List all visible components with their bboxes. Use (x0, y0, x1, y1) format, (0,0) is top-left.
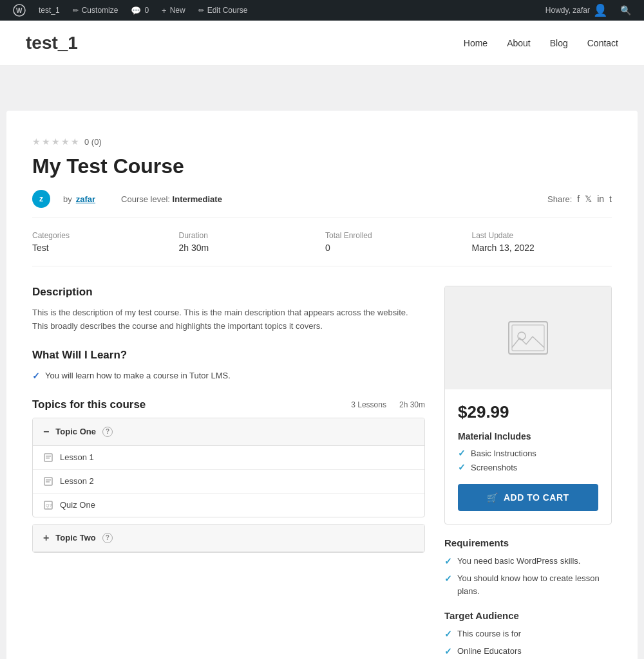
topics-duration: 2h 30m (399, 400, 425, 409)
req-item-1-text: You need basic WordPress skills. (457, 555, 580, 568)
avatar-icon: 👤 (593, 3, 607, 17)
material-item-1-text: Basic Instructions (471, 449, 536, 458)
req-check-1: ✓ (444, 555, 452, 568)
target-audience-heading: Target Audience (444, 610, 612, 621)
lesson-item-quiz[interactable]: Q? Quiz One (33, 494, 424, 517)
check-icon: ✓ (32, 369, 40, 383)
description-text: This is the description of my test cours… (32, 306, 425, 333)
site-nav: Home About Blog Contact (464, 38, 618, 48)
target-audience-section: Target Audience ✓ This course is for ✓ O… (444, 610, 612, 659)
add-to-cart-label: ADD TO CART (504, 492, 569, 503)
lesson-2-title: Lesson 2 (60, 476, 94, 486)
categories-label: Categories (32, 231, 173, 240)
admin-bar-right: Howdy, zafar 👤 🔍 (539, 0, 638, 21)
star-2: ★ (42, 136, 50, 147)
lesson-icon-2 (43, 476, 53, 487)
plus-icon: + (162, 6, 167, 15)
sidebar-body: $29.99 Material Includes ✓ Basic Instruc… (445, 389, 611, 524)
topic-two-header[interactable]: + Topic Two ? (33, 524, 424, 552)
learn-item-text: You will learn how to make a course in T… (45, 369, 231, 382)
edit-course-item[interactable]: ✏ Edit Course (192, 0, 254, 21)
audience-check-2: ✓ (444, 645, 452, 658)
meta-duration: Duration 2h 30m (179, 231, 319, 253)
check-icon-1: ✓ (458, 448, 466, 458)
requirements-list: ✓ You need basic WordPress skills. ✓ You… (444, 555, 612, 597)
material-heading: Material Includes (458, 431, 598, 441)
svg-rect-6 (46, 479, 51, 481)
audience-check-1: ✓ (444, 627, 452, 641)
categories-value: Test (32, 243, 49, 253)
tumblr-icon[interactable]: t (609, 194, 612, 204)
new-item[interactable]: + New (155, 0, 192, 21)
audience-item-1-text: This course is for (457, 627, 521, 640)
comments-count: 0 (144, 6, 149, 15)
howdy-item[interactable]: Howdy, zafar 👤 (539, 0, 614, 21)
author-name[interactable]: zafar (76, 194, 95, 204)
duration-value: 2h 30m (179, 243, 209, 253)
customize-item[interactable]: ✏ Customize (66, 0, 125, 21)
howdy-text: Howdy, zafar (545, 6, 590, 15)
topic-accordion-one: − Topic One ? Lesson 1 (32, 418, 425, 517)
topic-two-info-icon[interactable]: ? (102, 533, 113, 543)
author-avatar: z (32, 190, 50, 208)
topic-one-title: Topic One (55, 427, 96, 436)
star-1: ★ (32, 136, 41, 147)
check-icon-2: ✓ (458, 462, 466, 472)
req-item-2-text: You should know how to create lesson pla… (457, 572, 612, 597)
comments-item[interactable]: 💬 0 (124, 0, 155, 21)
add-to-cart-button[interactable]: 🛒 ADD TO CART (458, 484, 598, 511)
twitter-icon[interactable]: 𝕏 (585, 194, 592, 204)
quiz-one-title: Quiz One (60, 500, 95, 510)
audience-item-2-text: Online Educators (457, 645, 522, 658)
star-5: ★ (71, 136, 79, 147)
audience-item-1: ✓ This course is for (444, 627, 612, 641)
lesson-item-2[interactable]: Lesson 2 (33, 470, 424, 494)
lesson-item-1[interactable]: Lesson 1 (33, 446, 424, 470)
star-rating: ★ ★ ★ ★ ★ (32, 136, 79, 147)
cart-icon: 🛒 (487, 492, 498, 503)
wordpress-icon: W (13, 4, 26, 17)
topics-header: Topics for this course 3 Lessons 2h 30m (32, 398, 425, 411)
topics-heading: Topics for this course (32, 398, 146, 411)
comments-icon: 💬 (131, 6, 141, 15)
learn-list: ✓ You will learn how to make a course in… (32, 369, 425, 383)
nav-about[interactable]: About (507, 38, 531, 48)
site-title[interactable]: test_1 (26, 33, 78, 53)
wp-logo-item[interactable]: W (6, 0, 32, 21)
search-item[interactable]: 🔍 (614, 0, 638, 21)
nav-home[interactable]: Home (464, 38, 488, 48)
material-item-1: ✓ Basic Instructions (458, 448, 598, 458)
topic-one-header[interactable]: − Topic One ? (33, 418, 424, 446)
topic-two-title: Topic Two (55, 533, 95, 543)
admin-bar: W test_1 ✏ Customize 💬 0 + New ✏ Edit Co… (0, 0, 644, 21)
rating-count: 0 (0) (84, 137, 102, 147)
req-item-2: ✓ You should know how to create lesson p… (444, 572, 612, 597)
lessons-count: 3 Lessons (351, 400, 386, 409)
page-wrapper: ★ ★ ★ ★ ★ 0 (0) My Test Course z by zafa… (6, 111, 638, 659)
req-check-2: ✓ (444, 572, 452, 586)
duration-label: Duration (179, 231, 319, 240)
nav-contact[interactable]: Contact (587, 38, 618, 48)
meta-update: Last Update March 13, 2022 (472, 231, 612, 253)
facebook-icon[interactable]: f (577, 194, 580, 204)
requirements-section: Requirements ✓ You need basic WordPress … (444, 537, 612, 597)
svg-rect-7 (46, 481, 50, 483)
requirements-heading: Requirements (444, 537, 612, 548)
update-label: Last Update (472, 231, 612, 240)
nav-blog[interactable]: Blog (550, 38, 568, 48)
content-main: Description This is the description of m… (32, 286, 425, 659)
sidebar-card: $29.99 Material Includes ✓ Basic Instruc… (444, 286, 612, 524)
learn-heading: What Will I Learn? (32, 349, 425, 362)
enrolled-value: 0 (325, 243, 330, 253)
thumbnail-placeholder-icon (506, 319, 551, 357)
customize-label: Customize (82, 6, 118, 15)
target-audience-list: ✓ This course is for ✓ Online Educators … (444, 627, 612, 659)
svg-text:Q?: Q? (46, 503, 52, 508)
price-tag: $29.99 (458, 402, 598, 422)
topic-info-icon[interactable]: ? (102, 427, 113, 437)
material-list: ✓ Basic Instructions ✓ Screenshots (458, 448, 598, 472)
audience-item-2: ✓ Online Educators (444, 645, 612, 658)
linkedin-icon[interactable]: in (597, 194, 604, 204)
site-name-item[interactable]: test_1 (32, 0, 66, 21)
topics-meta: 3 Lessons 2h 30m (351, 400, 425, 409)
